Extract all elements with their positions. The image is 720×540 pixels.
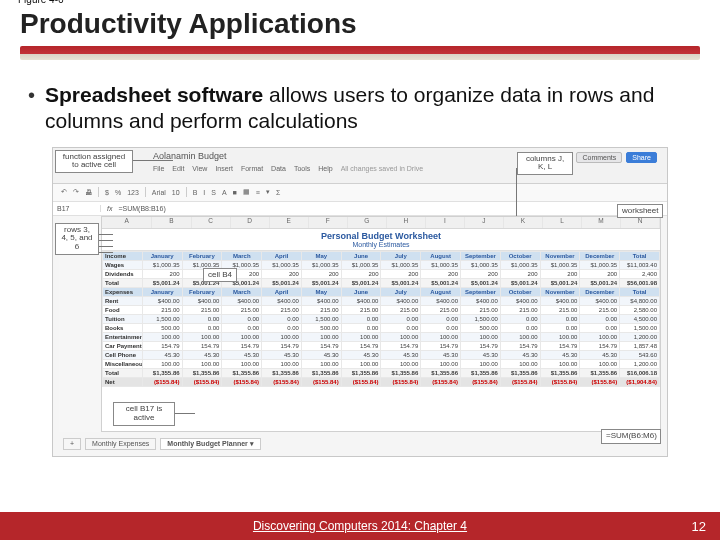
worksheet-grid[interactable]: ABCDEFGHIJKLMN Personal Budget Worksheet…: [101, 216, 661, 432]
menu-view[interactable]: View: [192, 165, 207, 172]
menu-format[interactable]: Format: [241, 165, 263, 172]
app-bar: Aolanamin Budget File Edit View Insert F…: [53, 148, 667, 184]
menu-edit[interactable]: Edit: [172, 165, 184, 172]
callout-function-assigned: function assigned to active cell: [55, 150, 133, 174]
fill-icon[interactable]: ■: [233, 189, 237, 196]
callout-active-cell: cell B17 is active: [113, 402, 175, 426]
expenses-header-row: Expenses JanuaryFebruaryMarchAprilMayJun…: [103, 287, 660, 296]
functions-icon[interactable]: Σ: [276, 189, 280, 196]
fontsize-select[interactable]: 10: [172, 189, 180, 196]
share-button[interactable]: Share: [626, 152, 657, 163]
table-row: Miscellaneous100.00100.00100.00100.00100…: [103, 359, 660, 368]
sheet-tab-budget[interactable]: Monthly Budget Planner ▾: [160, 438, 260, 450]
income-total-row: Total$5,001.24$5,001.24$5,001.24$5,001.2…: [103, 278, 660, 287]
callout-rows: rows 3, 4, 5, and 6: [55, 223, 99, 255]
formula-bar: B17 fx =SUM(B8:B16): [53, 202, 667, 216]
net-row: Net($155.84)($155.84)($155.84)($155.84)(…: [103, 377, 660, 386]
italic-icon[interactable]: I: [203, 189, 205, 196]
callout-columns: columns J, K, L: [517, 152, 573, 176]
page-reference: Pages 160 - 161 Figure 4-6: [18, 0, 91, 536]
sheet-tab-expenses[interactable]: Monthly Expenses: [85, 438, 156, 450]
fx-label: fx: [101, 205, 118, 212]
table-row: Car Payment154.79154.79154.79154.79154.7…: [103, 341, 660, 350]
menu-data[interactable]: Data: [271, 165, 286, 172]
callout-cell-b4: cell B4: [203, 268, 237, 283]
strike-icon[interactable]: S: [211, 189, 216, 196]
bullet-item: • Spreadsheet software allows users to o…: [28, 82, 692, 135]
currency-icon[interactable]: $: [105, 189, 109, 196]
data-table[interactable]: Income JanuaryFebruaryMarchAprilMayJuneJ…: [102, 251, 660, 387]
table-row: Dividends2002002002002002002002002002002…: [103, 269, 660, 278]
sheet-subtitle: Monthly Estimates: [102, 241, 660, 251]
footer-text: Discovering Computers 2014: Chapter 4: [0, 519, 720, 533]
comments-button[interactable]: Comments: [576, 152, 622, 163]
numfmt-icon[interactable]: 123: [127, 189, 139, 196]
more-icon[interactable]: ▾: [266, 188, 270, 196]
expenses-total-row: Total$1,355.86$1,355.86$1,355.86$1,355.8…: [103, 368, 660, 377]
spreadsheet-screenshot: function assigned to active cell rows 3,…: [52, 147, 668, 457]
formula-input[interactable]: =SUM(B8:B16): [118, 205, 165, 212]
table-row: Entertainment100.00100.00100.00100.00100…: [103, 332, 660, 341]
callout-worksheet: worksheet: [617, 204, 663, 219]
menu-tools[interactable]: Tools: [294, 165, 310, 172]
title-underline: [20, 46, 700, 60]
slide-title: Productivity Applications: [20, 8, 700, 40]
table-row: Rent$400.00$400.00$400.00$400.00$400.00$…: [103, 296, 660, 305]
table-row: Wages$1,000.35$1,000.35$1,000.35$1,000.3…: [103, 260, 660, 269]
sheet-title: Personal Budget Worksheet: [102, 229, 660, 241]
table-row: Tuition1,500.000.000.000.001,500.000.000…: [103, 314, 660, 323]
percent-icon[interactable]: %: [115, 189, 121, 196]
menu-file[interactable]: File: [153, 165, 164, 172]
slide-number: 12: [692, 519, 706, 534]
borders-icon[interactable]: ▦: [243, 188, 250, 196]
textcolor-icon[interactable]: A: [222, 189, 227, 196]
slide-footer: Discovering Computers 2014: Chapter 4 12: [0, 512, 720, 540]
menu-help[interactable]: Help: [318, 165, 332, 172]
font-select[interactable]: Arial: [152, 189, 166, 196]
align-icon[interactable]: ≡: [256, 189, 260, 196]
sheet-tabs: + Monthly Expenses Monthly Budget Planne…: [63, 438, 261, 450]
callout-sum-function: =SUM(B6:M6): [601, 429, 661, 444]
table-row: Books500.000.000.000.00500.000.000.000.0…: [103, 323, 660, 332]
table-row: Cell Phone45.3045.3045.3045.3045.3045.30…: [103, 350, 660, 359]
income-header-row: Income JanuaryFebruaryMarchAprilMayJuneJ…: [103, 251, 660, 260]
column-headers[interactable]: ABCDEFGHIJKLMN: [102, 217, 660, 229]
table-row: Food215.00215.00215.00215.00215.00215.00…: [103, 305, 660, 314]
menu-bar: File Edit View Insert Format Data Tools …: [153, 165, 423, 172]
bullet-text: Spreadsheet software allows users to org…: [45, 82, 692, 135]
bold-icon[interactable]: B: [193, 189, 198, 196]
figure-line: Figure 4-6: [18, 0, 91, 5]
menu-insert[interactable]: Insert: [215, 165, 233, 172]
autosave-note: All changes saved in Drive: [341, 165, 424, 172]
toolbar: ↶ ↷ 🖶 $ % 123 Arial 10 B I S A ■ ▦ ≡ ▾ Σ: [53, 184, 667, 202]
